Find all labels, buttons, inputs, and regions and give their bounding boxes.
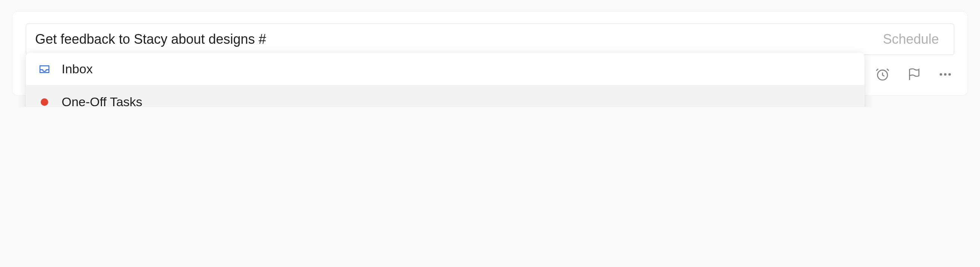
dropdown-item-label: One-Off Tasks	[62, 94, 142, 107]
schedule-button[interactable]: Schedule	[868, 24, 954, 55]
task-composer: Schedule Inbox One-Off Tasks	[12, 11, 968, 96]
project-dropdown: Inbox One-Off Tasks	[26, 53, 865, 107]
svg-point-2	[944, 73, 947, 76]
flag-button[interactable]	[905, 66, 923, 83]
more-options-button[interactable]	[936, 66, 954, 83]
more-horizontal-icon	[938, 67, 953, 82]
alarm-clock-icon	[875, 67, 890, 82]
svg-point-1	[940, 73, 942, 76]
input-row: Schedule Inbox One-Off Tasks	[26, 24, 954, 55]
flag-icon	[907, 67, 921, 82]
dropdown-item-inbox[interactable]: Inbox	[26, 53, 865, 86]
inbox-icon	[38, 62, 51, 76]
dropdown-item-one-off-tasks[interactable]: One-Off Tasks	[26, 86, 865, 107]
task-name-input[interactable]	[35, 31, 859, 47]
svg-point-3	[948, 73, 951, 76]
task-input-wrapper[interactable]	[26, 24, 868, 55]
project-color-dot	[41, 98, 48, 106]
dropdown-item-label: Inbox	[62, 62, 92, 76]
reminder-button[interactable]	[873, 66, 891, 83]
